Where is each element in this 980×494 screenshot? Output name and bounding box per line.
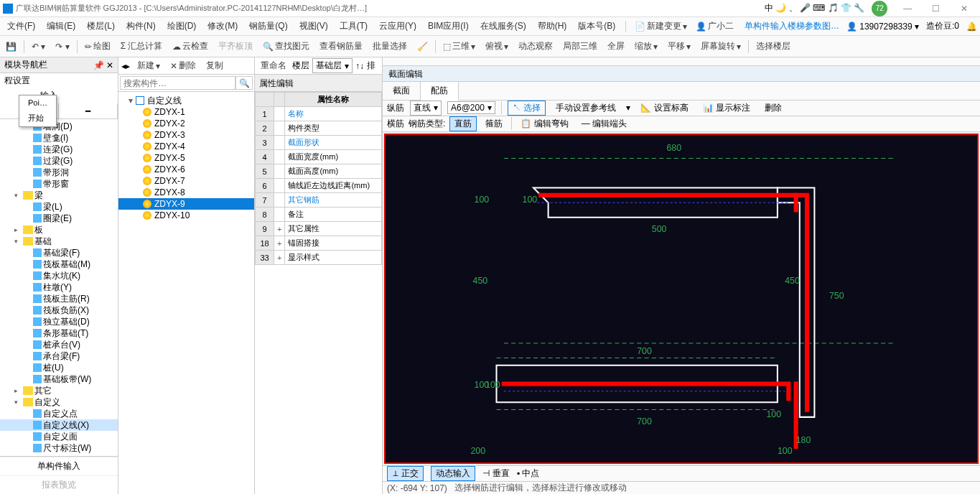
prop-row[interactable]: 3截面形状 bbox=[256, 136, 382, 150]
tree-item[interactable]: 条形基础(T) bbox=[0, 327, 118, 339]
search-input[interactable] bbox=[120, 76, 235, 90]
comp-item[interactable]: ZDYX-6 bbox=[118, 164, 254, 175]
dynamic-view-button[interactable]: 动态观察 bbox=[515, 39, 556, 54]
sum-button[interactable]: Σ 汇总计算 bbox=[118, 39, 166, 54]
tree-item[interactable]: 筏板负筋(X) bbox=[0, 304, 118, 316]
tree-item[interactable]: 基础板带(W) bbox=[0, 373, 118, 385]
set-elev-button[interactable]: 📐 设置标高 bbox=[636, 101, 692, 115]
tree-item[interactable]: 基础梁(F) bbox=[0, 247, 118, 258]
comp-item[interactable]: ZDYX-5 bbox=[118, 152, 254, 164]
mid-snap[interactable]: ▪ 中点 bbox=[517, 467, 540, 480]
new-change-button[interactable]: 📄 新建变更 ▾ bbox=[632, 19, 690, 34]
bell-icon[interactable]: 🔔 bbox=[966, 22, 977, 32]
drawing-canvas[interactable]: 680 100 100 500 450 450 750 700 100 100 … bbox=[384, 134, 979, 464]
prop-row[interactable]: 18+锚固搭接 bbox=[256, 236, 382, 251]
tree-item[interactable]: 带形洞 bbox=[0, 167, 118, 178]
prop-row[interactable]: 6轴线距左边线距离(mm) bbox=[256, 179, 382, 193]
stirrup-button[interactable]: 箍筋 bbox=[481, 117, 507, 131]
pan-button[interactable]: 平移 ▾ bbox=[665, 39, 694, 54]
edit-end-button[interactable]: — 编辑端头 bbox=[577, 117, 631, 131]
menu-modify[interactable]: 修改(M) bbox=[203, 19, 242, 34]
select-button[interactable]: ↖ 选择 bbox=[508, 101, 546, 116]
minimize-button[interactable]: — bbox=[895, 4, 920, 14]
fullscreen-button[interactable]: 全屏 bbox=[605, 39, 627, 54]
pin-icon[interactable]: 📌 ✕ bbox=[93, 60, 113, 70]
menu-view[interactable]: 视图(V) bbox=[295, 19, 332, 34]
comp-item[interactable]: ZDYX-2 bbox=[118, 118, 254, 129]
batch-select-button[interactable]: 批量选择 bbox=[370, 39, 410, 54]
tree-item[interactable]: ▾梁 bbox=[0, 190, 118, 201]
local-3d-button[interactable]: 局部三维 bbox=[560, 39, 600, 54]
property-table[interactable]: 属性名称 1名称2构件类型3截面形状4截面宽度(mm)5截面高度(mm)6轴线距… bbox=[255, 92, 382, 265]
maximize-button[interactable]: ☐ bbox=[923, 4, 949, 14]
tree-item[interactable]: ▸板 bbox=[0, 224, 118, 236]
edit-hook-button[interactable]: 📋 编辑弯钩 bbox=[516, 117, 572, 131]
delete-button[interactable]: 删除 bbox=[760, 101, 786, 115]
menu-floor[interactable]: 楼层(L) bbox=[83, 19, 119, 34]
comp-item[interactable]: ZDYX-9 bbox=[118, 198, 254, 210]
straight-button[interactable]: 直筋 bbox=[449, 116, 477, 131]
menu-draw[interactable]: 绘图(D) bbox=[163, 19, 201, 34]
tree-item[interactable]: 自定义面 bbox=[0, 431, 118, 442]
tree-item[interactable]: 墙洞(D) bbox=[0, 121, 118, 132]
rebar-view-button[interactable]: 查看钢筋量 bbox=[317, 39, 365, 54]
prop-row[interactable]: 5截面高度(mm) bbox=[256, 164, 382, 179]
notification-bubble[interactable]: 72 bbox=[872, 1, 887, 17]
tab-rebar[interactable]: 配筋 bbox=[421, 82, 459, 101]
zoom-button[interactable]: 缩放 ▾ bbox=[632, 39, 661, 54]
prop-row[interactable]: 9+其它属性 bbox=[256, 222, 382, 236]
tree-item[interactable]: 自定义线(X) bbox=[0, 419, 118, 431]
tree-item[interactable]: 带形窗 bbox=[0, 178, 118, 190]
tree-item[interactable]: 桩承台(V) bbox=[0, 339, 118, 350]
cloud-check-button[interactable]: ☁ 云检查 bbox=[169, 39, 211, 54]
tree-item[interactable]: ▾基础 bbox=[0, 236, 118, 247]
del-comp-button[interactable]: ✕删除 bbox=[167, 58, 199, 73]
phone-button[interactable]: 👤 13907298339 ▾ bbox=[846, 22, 919, 32]
menu-edit[interactable]: 编辑(E) bbox=[42, 19, 80, 34]
menu-component[interactable]: 构件(N) bbox=[122, 19, 160, 34]
prop-row[interactable]: 4截面宽度(mm) bbox=[256, 150, 382, 164]
tree-item[interactable]: 圈梁(E) bbox=[0, 213, 118, 224]
eraser-icon[interactable]: 🧹 bbox=[414, 40, 431, 53]
3d-button[interactable]: ⬚ 三维 ▾ bbox=[440, 39, 478, 54]
tab-section[interactable]: 截面 bbox=[383, 82, 421, 100]
search-button[interactable]: 🔍 bbox=[235, 76, 253, 90]
prop-row[interactable]: 8备注 bbox=[256, 208, 382, 222]
tree-item[interactable]: 过梁(G) bbox=[0, 155, 118, 167]
line-select[interactable]: 直线 ▾ bbox=[410, 101, 442, 116]
single-input-button[interactable]: 单构件输入 bbox=[0, 457, 118, 475]
undo-button[interactable]: ↶ ▾ bbox=[29, 40, 48, 53]
spec-select[interactable]: A6@200 ▾ bbox=[447, 101, 495, 114]
comp-root[interactable]: ▾ 自定义线 bbox=[118, 95, 254, 106]
rotate-button[interactable]: 屏幕旋转 ▾ bbox=[698, 39, 744, 54]
manual-ref-button[interactable]: 手动设置参考线 bbox=[551, 101, 620, 115]
tree-item[interactable]: 筏板主筋(R) bbox=[0, 293, 118, 304]
select-floor-button[interactable]: 选择楼层 bbox=[753, 39, 793, 54]
tree-item[interactable]: 壁龛(I) bbox=[0, 132, 118, 144]
menu-cloud[interactable]: 云应用(Y) bbox=[375, 19, 421, 34]
popup-item-poi[interactable]: Poi… bbox=[19, 95, 56, 110]
prop-row[interactable]: 2构件类型 bbox=[256, 121, 382, 136]
sort-button[interactable]: 排 bbox=[367, 60, 375, 72]
rename-button[interactable]: 重命名 bbox=[258, 58, 289, 73]
show-dim-button[interactable]: 📊 显示标注 bbox=[699, 101, 755, 115]
menu-help[interactable]: 帮助(H) bbox=[533, 19, 571, 34]
menu-version[interactable]: 版本号(B) bbox=[574, 19, 620, 34]
floor-select[interactable]: 基础层 ▾ bbox=[312, 58, 353, 73]
nav-tree[interactable]: 墙洞(D)壁龛(I)连梁(G)过梁(G)带形洞带形窗▾梁梁(L)圈梁(E)▸板▾… bbox=[0, 119, 118, 456]
save-icon[interactable]: 💾 bbox=[3, 40, 19, 53]
find-button[interactable]: 🔍 查找图元 bbox=[260, 39, 312, 54]
dynamic-input-toggle[interactable]: 动态输入 bbox=[431, 466, 475, 481]
report-preview-button[interactable]: 报表预览 bbox=[0, 475, 118, 494]
flat-button[interactable]: 平齐板顶 bbox=[215, 39, 256, 54]
new-comp-button[interactable]: 新建 ▾ bbox=[134, 58, 163, 73]
tree-item[interactable]: 尺寸标注(W) bbox=[0, 442, 118, 454]
expand-icon[interactable]: ◂▸ bbox=[121, 61, 130, 71]
draw-button[interactable]: ✏ 绘图 bbox=[82, 39, 113, 54]
tree-item[interactable]: ▾自定义 bbox=[0, 396, 118, 408]
redo-button[interactable]: ↷ ▾ bbox=[52, 40, 72, 53]
ortho-toggle[interactable]: ⊥ 正交 bbox=[387, 466, 424, 481]
comp-item[interactable]: ZDYX-3 bbox=[118, 129, 254, 141]
tab-minus[interactable]: ━ bbox=[59, 103, 118, 118]
comp-item[interactable]: ZDYX-8 bbox=[118, 187, 254, 198]
